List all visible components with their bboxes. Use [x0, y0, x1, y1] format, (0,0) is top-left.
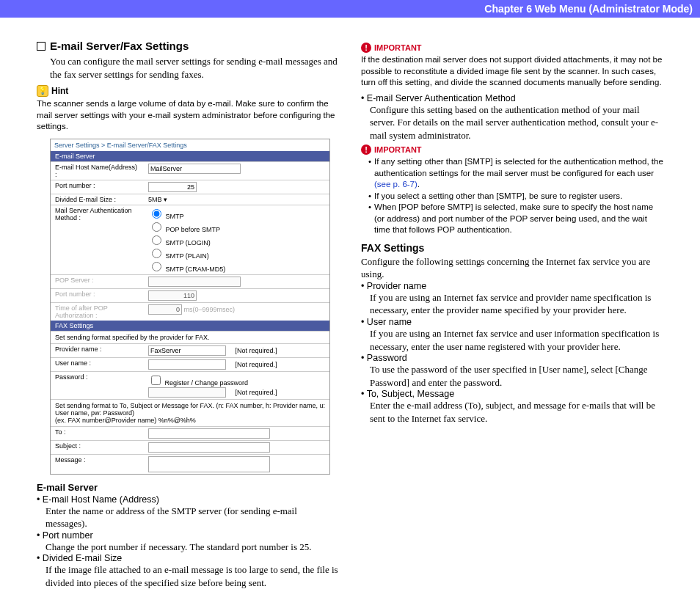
hint-label: Hint [51, 86, 68, 96]
important-icon: ! [361, 144, 371, 155]
bullet-provider-desc: If you are using an Internet fax service… [370, 291, 663, 317]
poptime-input [148, 304, 182, 315]
username-input[interactable] [148, 359, 226, 370]
username-label: User name : [51, 357, 144, 371]
message-label: Message : [51, 454, 144, 474]
popport-input [148, 290, 197, 301]
section-title-text: E-mail Server/Fax Settings [50, 40, 189, 52]
bullet-auth-desc: Configure this setting based on the auth… [370, 103, 663, 142]
auth-pop-radio[interactable] [152, 222, 161, 232]
auth-smtp-radio[interactable] [152, 209, 161, 219]
important-text-1: If the destination mail server does not … [361, 54, 663, 89]
fax-note2: Set sending format to To, Subject or Mes… [51, 399, 329, 426]
page-body: E-mail Server/Fax Settings You can confi… [0, 18, 700, 600]
auth-login-radio[interactable] [152, 235, 161, 245]
provider-label: Provider name : [51, 343, 144, 357]
important-row-2: ! IMPORTANT [361, 144, 663, 155]
poptime-label: Time of after POP Authorization : [51, 302, 144, 321]
bullet-divided: • Divided E-mail Size [37, 553, 339, 563]
host-label: E-mail Host Name(Address) : [51, 161, 144, 180]
auth-plain-radio[interactable] [152, 249, 161, 258]
fax-note1: Set sending format specified by the prov… [51, 331, 329, 343]
bullet-tosubjectmsg-desc: Enter the e-mail address (To), subject, … [370, 399, 663, 425]
password-checkbox[interactable] [151, 376, 161, 385]
bullet-password-desc: To use the password of the user specifie… [370, 363, 663, 389]
bullet-host-desc: Enter the name or address of the SMTP se… [45, 505, 339, 530]
subject-input[interactable] [148, 442, 270, 453]
section-box-icon [37, 42, 45, 51]
section-title: E-mail Server/Fax Settings [37, 40, 339, 52]
divided-value[interactable]: 5MB ▾ [144, 194, 329, 205]
bullet-divided-desc: If the image file attached to an e-mail … [45, 563, 339, 589]
important-icon: ! [361, 43, 371, 53]
bullet-username: • User name [361, 317, 663, 327]
auth-cram-radio[interactable] [152, 262, 161, 271]
bullet-tosubjectmsg: • To, Subject, Message [361, 389, 663, 399]
auth-options: SMTP POP before SMTP SMTP (LOGIN) SMTP (… [144, 205, 329, 274]
fax-intro: Configure the following settings concern… [361, 255, 663, 281]
hint-icon: 💡 [37, 85, 48, 97]
important-list: If any setting other than [SMTP] is sele… [368, 156, 663, 236]
subject-label: Subject : [51, 440, 144, 454]
right-column: ! IMPORTANT If the destination mail serv… [361, 40, 663, 589]
fax-settings-bar: FAX Settings [51, 321, 329, 331]
section-intro: You can configure the mail server settin… [50, 55, 339, 81]
message-input[interactable] [148, 456, 270, 472]
divided-label: Divided E-mail Size : [51, 194, 144, 205]
host-input[interactable] [148, 164, 241, 174]
bullet-host: • E-mail Host Name (Address) [37, 494, 339, 505]
password-input [148, 387, 226, 398]
important-row-1: ! IMPORTANT [361, 43, 663, 53]
email-server-bar: E-mail Server [51, 151, 329, 161]
popport-label: Port number : [51, 288, 144, 302]
hint-row: 💡 Hint [37, 85, 339, 97]
auth-label: Mail Server Authentication Method : [51, 205, 144, 274]
bullet-auth: • E-mail Server Authentication Method [361, 93, 663, 103]
important-label-1: IMPORTANT [374, 43, 422, 52]
email-server-heading: E-mail Server [37, 482, 339, 493]
hint-text: The scanner sends a large volume of data… [37, 98, 339, 133]
port-label: Port number : [51, 180, 144, 194]
chapter-header: Chapter 6 Web Menu (Administrator Mode) [0, 0, 700, 18]
popserver-input [148, 277, 241, 287]
left-column: E-mail Server/Fax Settings You can confi… [37, 40, 339, 589]
bullet-provider: • Provider name [361, 281, 663, 291]
provider-input[interactable] [148, 345, 226, 356]
to-label: To : [51, 426, 144, 440]
settings-screenshot: Server Settings > E-mail Server/FAX Sett… [50, 139, 330, 475]
password-label: Password : [51, 371, 144, 399]
popserver-label: POP Server : [51, 274, 144, 288]
port-input[interactable] [148, 182, 197, 192]
important-label-2: IMPORTANT [374, 145, 422, 154]
bullet-password: • Password [361, 353, 663, 363]
page-ref-link[interactable]: (see p. 6-7) [374, 180, 418, 189]
fax-settings-heading: FAX Settings [361, 242, 663, 254]
bullet-username-desc: If you are using an Internet fax service… [370, 327, 663, 353]
bullet-port: • Port number [37, 530, 339, 541]
bullet-port-desc: Change the port number if necessary. The… [45, 541, 339, 554]
to-input[interactable] [148, 428, 270, 439]
breadcrumb: Server Settings > E-mail Server/FAX Sett… [51, 139, 329, 151]
